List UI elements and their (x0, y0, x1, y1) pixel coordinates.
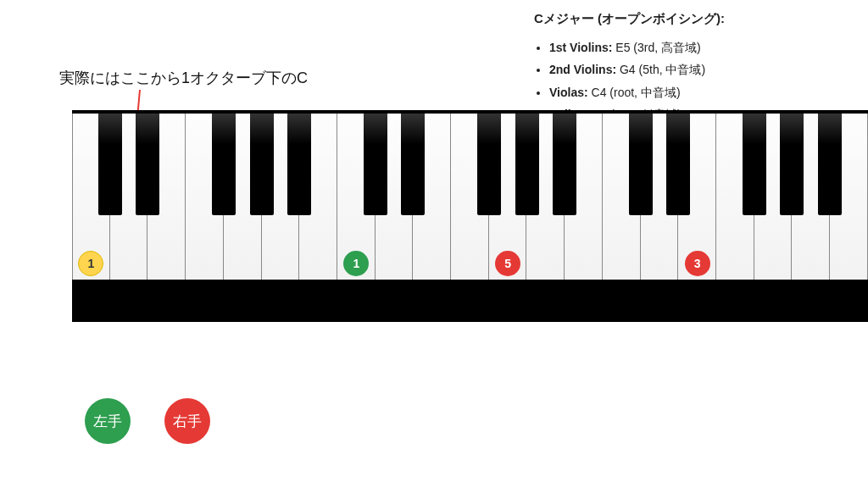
hand-legend: 左手 右手 (85, 398, 210, 444)
key-marker: 5 (495, 251, 520, 276)
white-key (792, 114, 830, 280)
voicing-title: Cメジャー (オープンボイシング): (534, 7, 856, 31)
keyboard-bottom-bar (72, 280, 868, 322)
key-marker: 3 (685, 251, 710, 276)
voicing-item: 2nd Violins: G4 (5th, 中音域) (549, 58, 856, 81)
white-key (603, 114, 641, 280)
piano-keyboard: 1153 (72, 110, 868, 322)
white-key (224, 114, 262, 280)
white-key (262, 114, 300, 280)
white-key (186, 114, 224, 280)
white-key (299, 114, 337, 280)
white-key (451, 114, 489, 280)
white-key (754, 114, 793, 280)
octave-annotation: 実際にはここから1オクターブ下のC (59, 68, 308, 88)
white-keys (72, 114, 868, 280)
legend-right-hand: 右手 (164, 398, 210, 444)
white-key (110, 114, 148, 280)
white-key (641, 114, 679, 280)
white-key (413, 114, 451, 280)
legend-left-hand: 左手 (85, 398, 131, 444)
voicing-panel: Cメジャー (オープンボイシング): 1st Violins: E5 (3rd,… (534, 7, 856, 126)
white-key (716, 114, 754, 280)
voicing-item: Violas: C4 (root, 中音域) (549, 81, 856, 104)
white-key (526, 114, 565, 280)
white-key (147, 114, 186, 280)
white-key (565, 114, 603, 280)
voicing-item: 1st Violins: E5 (3rd, 高音域) (549, 36, 856, 59)
white-key (376, 114, 414, 280)
white-key (830, 114, 868, 280)
